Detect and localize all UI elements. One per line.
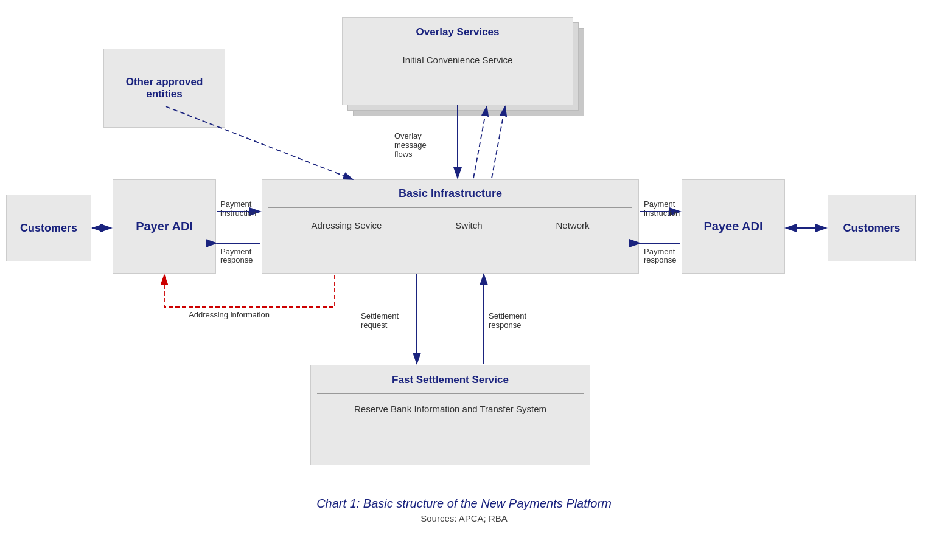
- svg-text:Addressing information: Addressing information: [189, 310, 270, 319]
- fast-settlement-subtitle: Reserve Bank Information and Transfer Sy…: [311, 398, 590, 420]
- svg-text:flows: flows: [394, 150, 413, 159]
- switch-label: Switch: [455, 220, 482, 230]
- payment-instruction-left-label: Payment: [220, 199, 252, 209]
- svg-text:Payment: Payment: [644, 199, 675, 209]
- customers-right-title: Customers: [843, 222, 900, 235]
- overlay-services-box: Overlay Services Initial Convenience Ser…: [342, 17, 573, 105]
- svg-text:Settlement: Settlement: [489, 311, 527, 320]
- svg-text:Overlay: Overlay: [394, 131, 422, 140]
- caption: Chart 1: Basic structure of the New Paym…: [0, 497, 928, 524]
- customers-left-title: Customers: [20, 222, 77, 235]
- diagram: Overlay Services Initial Convenience Ser…: [0, 0, 928, 560]
- overlay-subtitle: Initial Convenience Service: [343, 50, 573, 70]
- svg-line-22: [492, 106, 505, 178]
- customers-right-box: Customers: [828, 195, 916, 261]
- svg-text:response: response: [220, 255, 253, 264]
- svg-text:response: response: [644, 255, 676, 264]
- svg-text:response: response: [489, 320, 521, 330]
- basic-infra-box: Basic Infrastructure Adressing Sevice Sw…: [262, 179, 639, 274]
- caption-title: Chart 1: Basic structure of the New Paym…: [0, 497, 928, 511]
- customers-left-box: Customers: [6, 195, 91, 261]
- caption-source: Sources: APCA; RBA: [0, 513, 928, 524]
- svg-text:Payment: Payment: [220, 247, 252, 256]
- svg-text:message: message: [394, 140, 427, 150]
- svg-text:instruction: instruction: [644, 209, 680, 218]
- basic-infra-title: Basic Infrastructure: [262, 180, 638, 204]
- svg-text:instruction: instruction: [220, 209, 256, 218]
- fast-settlement-title: Fast Settlement Service: [311, 365, 590, 390]
- overlay-title: Overlay Services: [343, 18, 573, 42]
- payee-adi-box: Payee ADI: [682, 179, 785, 274]
- fast-settlement-box: Fast Settlement Service Reserve Bank Inf…: [310, 365, 590, 465]
- payer-adi-title: Payer ADI: [136, 220, 193, 233]
- other-approved-box: Other approved entities: [103, 49, 225, 128]
- svg-text:Payment: Payment: [644, 247, 675, 256]
- payer-adi-box: Payer ADI: [113, 179, 216, 274]
- svg-line-21: [473, 106, 487, 178]
- svg-text:Settlement: Settlement: [361, 311, 399, 320]
- addressing-service-label: Adressing Sevice: [311, 220, 382, 230]
- network-label: Network: [556, 220, 589, 230]
- other-approved-title: Other approved entities: [104, 70, 225, 106]
- svg-text:request: request: [361, 320, 388, 330]
- payee-adi-title: Payee ADI: [703, 220, 762, 233]
